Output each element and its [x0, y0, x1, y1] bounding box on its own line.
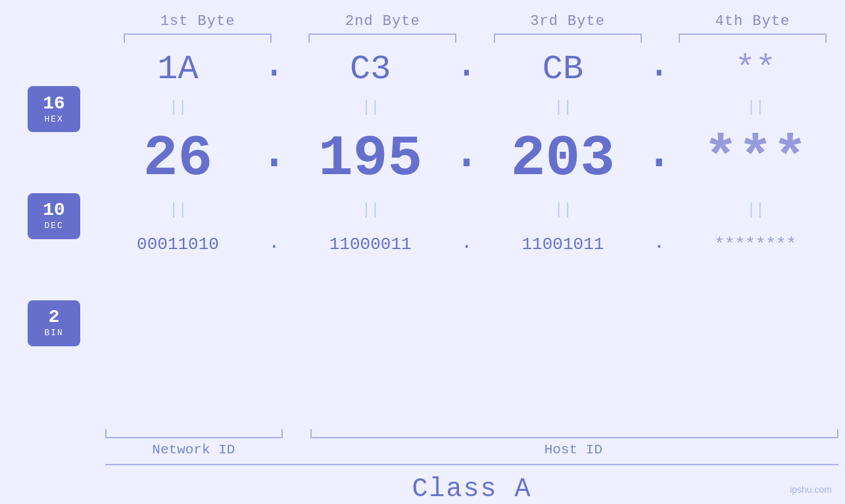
- eq2-b1: ||: [95, 201, 261, 219]
- top-bracket-4: [679, 34, 827, 43]
- watermark: ipshu.com: [790, 484, 832, 495]
- bracket-cell-1: [105, 34, 290, 43]
- hex-b2-value: C3: [350, 50, 391, 89]
- dec-b2-cell: 195: [287, 119, 454, 198]
- bin-b2-value: 11000011: [329, 235, 412, 254]
- eq2-b3: ||: [480, 201, 646, 219]
- hex-b3-value: CB: [543, 50, 583, 89]
- bottom-bracket-line-row: [105, 429, 838, 438]
- eq1-b3: ||: [480, 99, 646, 116]
- dec-b4-cell: ***: [672, 119, 838, 198]
- base-labels-column: 16 HEX 10 DEC 2 BIN: [0, 43, 95, 429]
- eq-row-1: || || || ||: [95, 95, 838, 119]
- eq1-b2: ||: [287, 99, 454, 116]
- dec-dot-2: .: [454, 122, 480, 195]
- hex-dot-3: .: [646, 43, 672, 95]
- bin-b1-value: 00011010: [137, 235, 219, 254]
- dec-b1-value: 26: [143, 126, 213, 191]
- hex-dot-1: .: [261, 43, 287, 95]
- host-id-bracket: [310, 429, 838, 438]
- byte3-header: 3rd Byte: [475, 13, 660, 30]
- bracket-cell-3: [475, 34, 660, 43]
- class-section: Class A: [0, 464, 845, 504]
- byte2-header: 2nd Byte: [290, 13, 475, 30]
- network-id-bracket: [105, 429, 283, 438]
- dec-dot-3: .: [646, 122, 672, 195]
- dec-base-label: DEC: [44, 221, 63, 231]
- bin-base-label: BIN: [44, 328, 63, 338]
- dec-b1-cell: 26: [95, 119, 261, 198]
- bracket-cell-4: [660, 34, 845, 43]
- hex-b3-cell: CB: [480, 43, 646, 95]
- dec-b4-value: ***: [703, 126, 807, 191]
- bottom-brackets-section: Network ID Host ID: [0, 429, 845, 457]
- bin-b3-value: 11001011: [522, 235, 604, 254]
- bin-base-number: 2: [49, 308, 60, 327]
- hex-b4-cell: **: [672, 43, 838, 95]
- bin-dot-1: .: [261, 233, 287, 257]
- top-bracket-2: [308, 34, 456, 43]
- hex-base-number: 16: [43, 95, 65, 113]
- dec-b3-value: 203: [511, 126, 615, 191]
- eq2-b2: ||: [287, 201, 454, 219]
- eq1-b1: ||: [95, 99, 261, 116]
- hex-value-row: 1A . C3 . CB . **: [95, 43, 838, 95]
- bracket-labels-row: Network ID Host ID: [105, 442, 838, 457]
- bin-b3-cell: 11001011: [480, 221, 646, 267]
- bin-b2-cell: 11000011: [287, 221, 454, 267]
- eq1-b4: ||: [672, 99, 838, 116]
- bin-b4-value: ********: [714, 235, 796, 254]
- bin-value-row: 00011010 . 11000011 . 11001011 . *******…: [95, 221, 838, 267]
- bin-badge: 2 BIN: [28, 300, 80, 346]
- bin-b1-cell: 00011010: [95, 221, 261, 267]
- class-label: Class A: [412, 474, 531, 504]
- class-border: Class A: [105, 464, 838, 504]
- hex-dot-2: .: [454, 43, 480, 95]
- main-container: 1st Byte 2nd Byte 3rd Byte 4th Byte 16 H…: [0, 0, 845, 504]
- bin-dot-3: .: [646, 233, 672, 257]
- eq2-b4: ||: [672, 201, 838, 219]
- byte-headers-row: 1st Byte 2nd Byte 3rd Byte 4th Byte: [0, 13, 845, 30]
- dec-value-row: 26 . 195 . 203 . ***: [95, 119, 838, 198]
- eq-row-2: || || || ||: [95, 198, 838, 221]
- network-id-label: Network ID: [105, 442, 282, 457]
- hex-b1-value: 1A: [157, 50, 198, 89]
- hex-base-label: HEX: [44, 114, 63, 124]
- top-brackets-row: [0, 34, 845, 43]
- bin-b4-cell: ********: [672, 221, 838, 267]
- dec-b2-value: 195: [318, 126, 422, 191]
- bin-dot-2: .: [454, 233, 480, 257]
- bracket-cell-2: [290, 34, 475, 43]
- byte1-header: 1st Byte: [105, 13, 290, 30]
- dec-dot-1: .: [261, 122, 287, 195]
- top-bracket-1: [124, 34, 272, 43]
- dec-base-number: 10: [43, 201, 65, 219]
- hex-b4-value: **: [735, 50, 775, 89]
- dec-b3-cell: 203: [480, 119, 646, 198]
- dec-badge: 10 DEC: [28, 193, 80, 239]
- byte4-header: 4th Byte: [660, 13, 845, 30]
- hex-b2-cell: C3: [287, 43, 454, 95]
- data-rows-wrap: 1A . C3 . CB . ** || ||: [95, 43, 838, 429]
- top-bracket-3: [494, 34, 642, 43]
- host-id-label: Host ID: [308, 442, 838, 457]
- hex-badge: 16 HEX: [28, 86, 80, 132]
- hex-b1-cell: 1A: [95, 43, 261, 95]
